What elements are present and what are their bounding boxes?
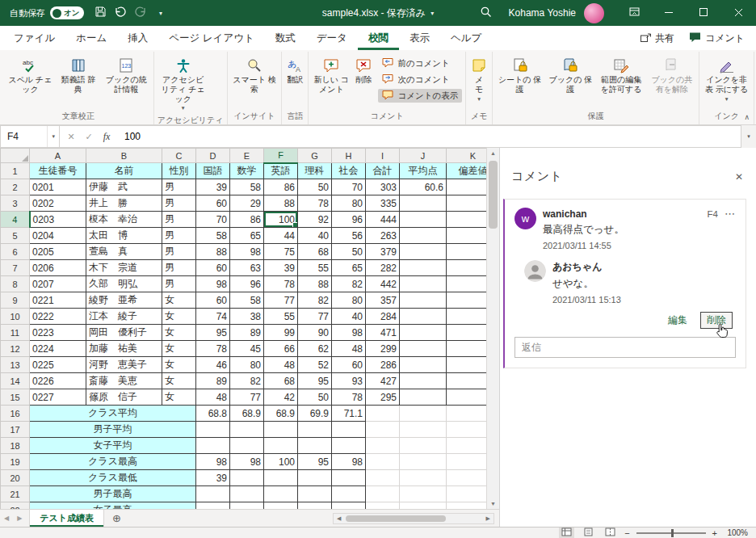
cell-E16[interactable]: 68.9 xyxy=(230,406,264,422)
row-header-22[interactable]: 22 xyxy=(1,502,30,510)
cell-J9[interactable] xyxy=(400,292,447,309)
normal-view-button[interactable] xyxy=(559,527,574,538)
cell-F3[interactable]: 88 xyxy=(264,195,298,212)
row-header-18[interactable]: 18 xyxy=(1,438,30,454)
row-header-15[interactable]: 15 xyxy=(1,389,30,406)
cell-G15[interactable]: 50 xyxy=(298,389,332,406)
cell-C9[interactable]: 女 xyxy=(162,292,196,309)
formula-input[interactable]: 100 xyxy=(118,125,741,148)
cell-A4[interactable]: 0203 xyxy=(30,212,86,228)
row-header-13[interactable]: 13 xyxy=(1,357,30,373)
cell-E11[interactable]: 89 xyxy=(230,325,264,341)
cell-K16[interactable] xyxy=(447,406,487,422)
cell-F7[interactable]: 39 xyxy=(264,260,298,276)
cell-D18[interactable] xyxy=(196,438,230,454)
cell-F12[interactable]: 66 xyxy=(264,341,298,357)
cell-H19[interactable]: 98 xyxy=(332,454,366,470)
cell-J15[interactable] xyxy=(400,389,447,406)
cell-H6[interactable]: 50 xyxy=(332,244,366,260)
search-button[interactable] xyxy=(477,3,496,23)
cell-F18[interactable] xyxy=(264,438,298,454)
cell-D5[interactable]: 58 xyxy=(196,228,230,244)
cell-A14[interactable]: 0226 xyxy=(30,373,86,389)
name-box-dropdown-icon[interactable]: ▾ xyxy=(47,126,59,147)
cell-J22[interactable] xyxy=(400,502,447,510)
cell-A13[interactable]: 0225 xyxy=(30,357,86,373)
hide-ink-button[interactable]: インクを非表 示にする ▾ xyxy=(701,52,752,103)
sheet-nav-left-icon[interactable]: ◀ xyxy=(0,515,13,522)
cell-F6[interactable]: 75 xyxy=(264,244,298,260)
cell-D4[interactable]: 70 xyxy=(196,212,230,228)
cell-H14[interactable]: 93 xyxy=(332,373,366,389)
cell-J19[interactable] xyxy=(400,454,447,470)
cell-H12[interactable]: 48 xyxy=(332,341,366,357)
cell-J6[interactable] xyxy=(400,244,447,260)
cell-K17[interactable] xyxy=(447,422,487,438)
cell-F13[interactable]: 48 xyxy=(264,357,298,373)
scroll-left-icon[interactable]: ◀ xyxy=(334,515,344,522)
cell-E19[interactable]: 98 xyxy=(230,454,264,470)
horizontal-scrollbar-track[interactable] xyxy=(344,514,482,523)
cell-D21[interactable] xyxy=(196,486,230,502)
cell-J2[interactable]: 60.6 xyxy=(400,179,447,195)
cell-E1[interactable]: 数学 xyxy=(230,163,264,179)
cell-E18[interactable] xyxy=(230,438,264,454)
close-button[interactable] xyxy=(721,0,756,26)
cell-K7[interactable] xyxy=(447,260,487,276)
cell-G20[interactable] xyxy=(298,470,332,486)
cell-A15[interactable]: 0227 xyxy=(30,389,86,406)
cell-I4[interactable]: 444 xyxy=(366,212,400,228)
next-comment-button[interactable]: 次のコメント xyxy=(378,73,462,86)
user-name[interactable]: Kohama Yoshie xyxy=(509,7,576,19)
customize-qat-button[interactable]: ▾ xyxy=(151,3,170,23)
cell-G4[interactable]: 92 xyxy=(298,212,332,228)
spreadsheet-grid[interactable]: ABCDEFGHIJK1生徒番号名前性別国語数学英語理科社会合計平均点偏差値20… xyxy=(0,148,486,509)
cell-G5[interactable]: 40 xyxy=(298,228,332,244)
cell-J18[interactable] xyxy=(400,438,447,454)
ribbon-tab-2[interactable]: 挿入 xyxy=(117,26,158,50)
cell-F15[interactable]: 42 xyxy=(264,389,298,406)
spell-check-button[interactable]: abc スペル チェック xyxy=(5,52,56,96)
cell-K18[interactable] xyxy=(447,438,487,454)
cell-D7[interactable]: 60 xyxy=(196,260,230,276)
cell-H22[interactable] xyxy=(332,502,366,510)
cell-G6[interactable]: 68 xyxy=(298,244,332,260)
cell-F17[interactable] xyxy=(264,422,298,438)
cell-B13[interactable]: 河野 恵美子 xyxy=(86,357,162,373)
cell-A2[interactable]: 0201 xyxy=(30,179,86,195)
cell-E13[interactable]: 80 xyxy=(230,357,264,373)
cell-G18[interactable] xyxy=(298,438,332,454)
new-sheet-button[interactable]: ⊕ xyxy=(104,512,129,524)
cell-A7[interactable]: 0206 xyxy=(30,260,86,276)
ribbon-tab-5[interactable]: データ xyxy=(306,26,358,50)
row-header-10[interactable]: 10 xyxy=(1,309,30,325)
cell-B4[interactable]: 榎本 幸治 xyxy=(86,212,162,228)
cell-K3[interactable] xyxy=(447,195,487,212)
row-header-8[interactable]: 8 xyxy=(1,276,30,292)
reply-input[interactable] xyxy=(514,337,736,358)
cell-F9[interactable]: 77 xyxy=(264,292,298,309)
row-header-9[interactable]: 9 xyxy=(1,292,30,309)
cell-A22[interactable]: 女子最高 xyxy=(30,502,196,510)
comments-button[interactable]: コメント xyxy=(689,32,745,45)
scroll-right-icon[interactable]: ▶ xyxy=(483,515,494,522)
cell-I10[interactable]: 284 xyxy=(366,309,400,325)
cell-F21[interactable] xyxy=(264,486,298,502)
col-header-D[interactable]: D xyxy=(196,149,230,163)
cell-E20[interactable] xyxy=(230,470,264,486)
cell-E8[interactable]: 96 xyxy=(230,276,264,292)
window-title[interactable]: sample4.xlsx - 保存済み ▾ xyxy=(322,0,434,26)
cell-G11[interactable]: 90 xyxy=(298,325,332,341)
cell-B11[interactable]: 岡田 優利子 xyxy=(86,325,162,341)
previous-comment-button[interactable]: 前のコメント xyxy=(378,57,462,70)
cell-K10[interactable] xyxy=(447,309,487,325)
formula-bar-expand-icon[interactable]: ▾ xyxy=(741,125,756,148)
cell-A18[interactable]: 女子平均 xyxy=(30,438,196,454)
zoom-slider[interactable] xyxy=(636,532,706,534)
cell-C15[interactable]: 女 xyxy=(162,389,196,406)
ribbon-tab-0[interactable]: ファイル xyxy=(3,26,65,50)
horizontal-scrollbar[interactable]: ◀ ▶ xyxy=(333,513,494,524)
cell-G22[interactable] xyxy=(298,502,332,510)
cell-K4[interactable] xyxy=(447,212,487,228)
cell-H15[interactable]: 78 xyxy=(332,389,366,406)
